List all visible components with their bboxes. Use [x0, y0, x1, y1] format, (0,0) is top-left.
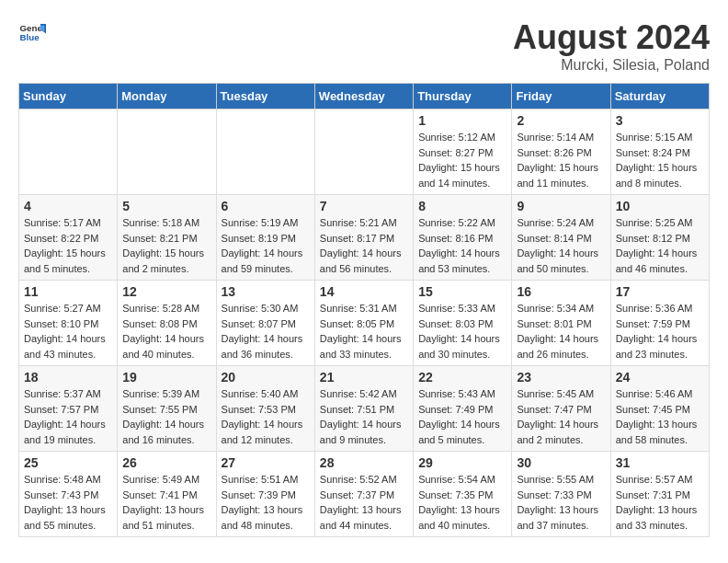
day-info: Sunrise: 5:42 AM Sunset: 7:51 PM Dayligh… [320, 386, 408, 447]
day-number: 16 [517, 284, 605, 299]
calendar-cell: 25Sunrise: 5:48 AM Sunset: 7:43 PM Dayli… [19, 452, 118, 537]
day-info: Sunrise: 5:52 AM Sunset: 7:37 PM Dayligh… [320, 472, 408, 533]
calendar-cell: 17Sunrise: 5:36 AM Sunset: 7:59 PM Dayli… [610, 281, 709, 366]
day-number: 13 [222, 284, 310, 299]
calendar-cell: 2Sunrise: 5:14 AM Sunset: 8:26 PM Daylig… [512, 109, 610, 195]
day-number: 8 [418, 199, 506, 213]
calendar-cell: 18Sunrise: 5:37 AM Sunset: 7:57 PM Dayli… [19, 366, 118, 452]
calendar-header-row: SundayMondayTuesdayWednesdayThursdayFrid… [19, 84, 710, 109]
calendar-cell: 13Sunrise: 5:30 AM Sunset: 8:07 PM Dayli… [216, 281, 314, 366]
day-info: Sunrise: 5:40 AM Sunset: 7:53 PM Dayligh… [222, 386, 310, 447]
calendar-cell: 28Sunrise: 5:52 AM Sunset: 7:37 PM Dayli… [314, 452, 413, 537]
calendar-cell [216, 109, 314, 195]
day-info: Sunrise: 5:54 AM Sunset: 7:35 PM Dayligh… [418, 472, 506, 533]
calendar-cell: 31Sunrise: 5:57 AM Sunset: 7:31 PM Dayli… [610, 452, 709, 537]
day-info: Sunrise: 5:19 AM Sunset: 8:19 PM Dayligh… [222, 215, 310, 276]
day-info: Sunrise: 5:46 AM Sunset: 7:45 PM Dayligh… [616, 386, 704, 447]
day-info: Sunrise: 5:55 AM Sunset: 7:33 PM Dayligh… [517, 472, 605, 533]
day-info: Sunrise: 5:15 AM Sunset: 8:24 PM Dayligh… [616, 130, 704, 190]
calendar-cell: 30Sunrise: 5:55 AM Sunset: 7:33 PM Dayli… [512, 452, 610, 537]
calendar-week-row: 25Sunrise: 5:48 AM Sunset: 7:43 PM Dayli… [19, 452, 710, 537]
day-number: 30 [517, 455, 605, 470]
day-info: Sunrise: 5:36 AM Sunset: 7:59 PM Dayligh… [616, 301, 704, 362]
day-of-week-header: Monday [118, 84, 216, 109]
day-number: 28 [320, 455, 408, 470]
day-info: Sunrise: 5:51 AM Sunset: 7:39 PM Dayligh… [222, 472, 310, 533]
day-number: 11 [24, 284, 112, 299]
day-info: Sunrise: 5:43 AM Sunset: 7:49 PM Dayligh… [418, 386, 506, 447]
day-number: 27 [222, 455, 310, 470]
calendar-cell: 10Sunrise: 5:25 AM Sunset: 8:12 PM Dayli… [610, 195, 709, 281]
calendar-cell: 12Sunrise: 5:28 AM Sunset: 8:08 PM Dayli… [118, 281, 216, 366]
calendar-cell: 24Sunrise: 5:46 AM Sunset: 7:45 PM Dayli… [610, 366, 709, 452]
day-number: 19 [122, 370, 210, 385]
location-subtitle: Murcki, Silesia, Poland [513, 57, 710, 74]
day-number: 21 [320, 370, 408, 385]
calendar-cell [118, 109, 216, 195]
calendar-week-row: 11Sunrise: 5:27 AM Sunset: 8:10 PM Dayli… [19, 281, 710, 366]
calendar-cell: 6Sunrise: 5:19 AM Sunset: 8:19 PM Daylig… [216, 195, 314, 281]
calendar-cell: 14Sunrise: 5:31 AM Sunset: 8:05 PM Dayli… [314, 281, 413, 366]
day-number: 3 [616, 113, 704, 128]
calendar-cell: 3Sunrise: 5:15 AM Sunset: 8:24 PM Daylig… [610, 109, 709, 195]
day-of-week-header: Sunday [19, 84, 118, 109]
page-header: General Blue August 2024 Murcki, Silesia… [18, 18, 710, 74]
day-info: Sunrise: 5:18 AM Sunset: 8:21 PM Dayligh… [122, 215, 210, 276]
day-number: 14 [320, 284, 408, 299]
day-number: 7 [320, 199, 408, 213]
day-number: 17 [616, 284, 704, 299]
day-number: 18 [24, 370, 112, 385]
calendar-cell [314, 109, 413, 195]
calendar-cell [19, 109, 118, 195]
calendar-cell: 5Sunrise: 5:18 AM Sunset: 8:21 PM Daylig… [118, 195, 216, 281]
calendar-cell: 29Sunrise: 5:54 AM Sunset: 7:35 PM Dayli… [414, 452, 512, 537]
day-of-week-header: Friday [512, 84, 610, 109]
day-number: 12 [122, 284, 210, 299]
logo-icon: General Blue [18, 18, 46, 46]
svg-text:Blue: Blue [20, 32, 40, 42]
calendar-cell: 9Sunrise: 5:24 AM Sunset: 8:14 PM Daylig… [512, 195, 610, 281]
calendar-cell: 4Sunrise: 5:17 AM Sunset: 8:22 PM Daylig… [19, 195, 118, 281]
day-of-week-header: Saturday [610, 84, 709, 109]
calendar-cell: 11Sunrise: 5:27 AM Sunset: 8:10 PM Dayli… [19, 281, 118, 366]
day-of-week-header: Thursday [414, 84, 512, 109]
day-number: 2 [517, 113, 605, 128]
day-number: 5 [122, 199, 210, 213]
calendar-cell: 27Sunrise: 5:51 AM Sunset: 7:39 PM Dayli… [216, 452, 314, 537]
day-info: Sunrise: 5:21 AM Sunset: 8:17 PM Dayligh… [320, 215, 408, 276]
calendar-cell: 23Sunrise: 5:45 AM Sunset: 7:47 PM Dayli… [512, 366, 610, 452]
calendar-week-row: 18Sunrise: 5:37 AM Sunset: 7:57 PM Dayli… [19, 366, 710, 452]
day-info: Sunrise: 5:27 AM Sunset: 8:10 PM Dayligh… [24, 301, 112, 362]
day-info: Sunrise: 5:48 AM Sunset: 7:43 PM Dayligh… [24, 472, 112, 533]
calendar-cell: 20Sunrise: 5:40 AM Sunset: 7:53 PM Dayli… [216, 366, 314, 452]
calendar-cell: 15Sunrise: 5:33 AM Sunset: 8:03 PM Dayli… [414, 281, 512, 366]
calendar-cell: 19Sunrise: 5:39 AM Sunset: 7:55 PM Dayli… [118, 366, 216, 452]
calendar-cell: 21Sunrise: 5:42 AM Sunset: 7:51 PM Dayli… [314, 366, 413, 452]
day-number: 20 [222, 370, 310, 385]
calendar-table: SundayMondayTuesdayWednesdayThursdayFrid… [18, 83, 710, 537]
calendar-week-row: 1Sunrise: 5:12 AM Sunset: 8:27 PM Daylig… [19, 109, 710, 195]
calendar-cell: 1Sunrise: 5:12 AM Sunset: 8:27 PM Daylig… [414, 109, 512, 195]
day-info: Sunrise: 5:31 AM Sunset: 8:05 PM Dayligh… [320, 301, 408, 362]
day-info: Sunrise: 5:24 AM Sunset: 8:14 PM Dayligh… [517, 215, 605, 276]
day-info: Sunrise: 5:45 AM Sunset: 7:47 PM Dayligh… [517, 386, 605, 447]
day-info: Sunrise: 5:49 AM Sunset: 7:41 PM Dayligh… [122, 472, 210, 533]
day-number: 22 [418, 370, 506, 385]
day-info: Sunrise: 5:34 AM Sunset: 8:01 PM Dayligh… [517, 301, 605, 362]
day-number: 26 [122, 455, 210, 470]
month-year-title: August 2024 [513, 18, 710, 57]
day-info: Sunrise: 5:30 AM Sunset: 8:07 PM Dayligh… [222, 301, 310, 362]
day-number: 4 [24, 199, 112, 213]
day-info: Sunrise: 5:17 AM Sunset: 8:22 PM Dayligh… [24, 215, 112, 276]
title-area: August 2024 Murcki, Silesia, Poland [513, 18, 710, 74]
calendar-cell: 8Sunrise: 5:22 AM Sunset: 8:16 PM Daylig… [414, 195, 512, 281]
calendar-cell: 22Sunrise: 5:43 AM Sunset: 7:49 PM Dayli… [414, 366, 512, 452]
calendar-cell: 26Sunrise: 5:49 AM Sunset: 7:41 PM Dayli… [118, 452, 216, 537]
day-info: Sunrise: 5:39 AM Sunset: 7:55 PM Dayligh… [122, 386, 210, 447]
day-number: 10 [616, 199, 704, 213]
day-of-week-header: Wednesday [314, 84, 413, 109]
day-info: Sunrise: 5:22 AM Sunset: 8:16 PM Dayligh… [418, 215, 506, 276]
day-info: Sunrise: 5:37 AM Sunset: 7:57 PM Dayligh… [24, 386, 112, 447]
day-of-week-header: Tuesday [216, 84, 314, 109]
day-info: Sunrise: 5:28 AM Sunset: 8:08 PM Dayligh… [122, 301, 210, 362]
